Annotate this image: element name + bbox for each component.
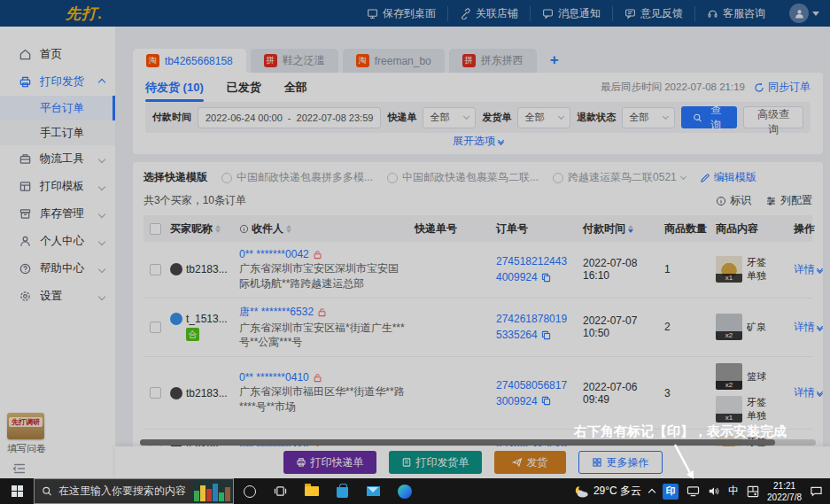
template-icon <box>19 180 32 193</box>
ime-language-indicator[interactable]: 中 <box>728 484 739 499</box>
sidebar-item-platform-orders[interactable]: 平台订单 <box>0 96 115 120</box>
speaker-icon[interactable] <box>708 485 720 497</box>
print-component-tray-icon[interactable]: 印 <box>663 484 679 500</box>
sidebar-item-home[interactable]: 首页 <box>0 41 115 68</box>
tab-all[interactable]: 全部 <box>284 73 307 102</box>
edit-template-label: 编辑模版 <box>714 170 756 185</box>
row-checkbox[interactable] <box>150 264 161 275</box>
print-invoice-button[interactable]: 打印发货单 <box>389 451 482 474</box>
weather-widget[interactable]: 29°C 多云 <box>573 484 641 499</box>
order-number-link[interactable]: 274058056817 3009924 <box>496 377 576 409</box>
expand-options-button[interactable]: 展开选项 <box>145 133 811 150</box>
invoice-filter-select[interactable]: 全部 <box>517 107 570 128</box>
summary-row: 共3个买家，10条订单 标识 列配置 <box>144 193 812 208</box>
more-actions-button[interactable]: 更多操作 <box>578 451 663 474</box>
display-network-icon[interactable] <box>686 485 700 497</box>
store-tab-1[interactable]: 淘 tb4265668158 <box>133 49 246 73</box>
collapse-sidebar-icon[interactable] <box>12 462 27 475</box>
info-circle-icon <box>716 196 726 206</box>
file-explorer-button[interactable] <box>296 478 327 504</box>
sidebar-item-print-ship[interactable]: 打印发货 <box>0 68 115 96</box>
link-shops-button[interactable]: 关联店铺 <box>447 6 530 21</box>
store-tab-4[interactable]: 拼 拼东拼西 <box>449 49 537 73</box>
store-tab-2[interactable]: 拼 鞋之泛滥 <box>251 49 338 73</box>
microsoft-store-button[interactable] <box>327 478 358 504</box>
edge-browser-button[interactable] <box>389 478 420 504</box>
ship-button[interactable]: 发货 <box>494 451 566 474</box>
sidebar-item-manual-orders[interactable]: 手工订单 <box>0 120 115 145</box>
template-option-3[interactable]: 跨越速运菜鸟二联0521 <box>553 170 686 185</box>
detail-button[interactable]: 详情 <box>794 385 823 400</box>
sync-orders-button[interactable]: 同步订单 <box>754 80 811 95</box>
sidebar-item-personal-center[interactable]: 个人中心 <box>0 228 115 255</box>
task-view-button[interactable] <box>265 478 296 504</box>
refund-filter-select[interactable]: 全部 <box>622 107 675 128</box>
taskbar-clock[interactable]: 21:21 2022/7/8 <box>767 480 802 503</box>
sidebar-item-label: 打印模板 <box>40 179 91 194</box>
row-checkbox[interactable] <box>150 387 161 399</box>
header-receiver[interactable]: 收件人 <box>236 221 411 236</box>
copy-icon[interactable] <box>541 273 551 283</box>
printer-icon <box>296 457 306 468</box>
copy-icon[interactable] <box>541 330 551 340</box>
ime-grid-icon[interactable] <box>747 485 759 498</box>
survey-widget[interactable]: 先打调研 <box>7 413 46 439</box>
account-menu[interactable] <box>789 4 819 23</box>
date-range-input[interactable]: 2022-06-24 00:00 - 2022-07-08 23:59 <box>198 107 381 128</box>
header-pay-time[interactable]: 付款时间 <box>579 221 661 236</box>
detail-button[interactable]: 详情 <box>794 320 823 335</box>
taobao-icon: 淘 <box>356 54 369 67</box>
column-config-button[interactable]: 列配置 <box>765 193 812 208</box>
template-option-2[interactable]: 中国邮政快递包裹菜鸟二联... <box>387 170 539 185</box>
feedback-button[interactable]: 意见反馈 <box>612 6 694 21</box>
receiver-phone[interactable]: 0** *******0042 <box>239 248 407 260</box>
sidebar-item-print-templates[interactable]: 打印模板 <box>0 173 115 200</box>
print-express-button[interactable]: 打印快递单 <box>283 451 376 474</box>
header-order-no: 订单号 <box>493 221 579 236</box>
header-buyer[interactable]: 买家昵称 <box>167 221 236 236</box>
row-checkbox[interactable] <box>150 322 161 333</box>
table-row: tb2183... 0** *******0042 广东省深圳市宝安区深圳市宝安… <box>144 242 812 299</box>
select-all-checkbox[interactable] <box>150 223 161 235</box>
taskbar-search-input[interactable]: 在这里输入你要搜索的内容 <box>34 478 234 504</box>
advanced-query-button[interactable]: 高级查询 <box>743 106 803 128</box>
copy-icon[interactable] <box>541 396 551 406</box>
mail-button[interactable] <box>358 478 389 504</box>
customer-service-button[interactable]: 客服咨询 <box>694 6 777 21</box>
tab-pending-ship[interactable]: 待发货 (10) <box>145 73 204 102</box>
receiver-phone[interactable]: 唐** *******6532 <box>239 305 407 320</box>
qty-badge: x2 <box>716 381 742 390</box>
save-to-desktop-button[interactable]: 保存到桌面 <box>355 6 447 21</box>
chevron-down-icon[interactable] <box>680 174 686 180</box>
detail-button[interactable]: 详情 <box>794 262 823 277</box>
sidebar-item-settings[interactable]: 设置 <box>0 283 115 310</box>
message-notice-button[interactable]: 消息通知 <box>530 6 612 21</box>
sort-icon[interactable] <box>215 225 221 233</box>
sort-icon[interactable] <box>628 225 633 233</box>
order-number-link[interactable]: 274518212443 4009924 <box>496 253 576 285</box>
express-filter-label: 快递单 <box>387 111 416 124</box>
edit-template-button[interactable]: 编辑模版 <box>700 170 756 185</box>
sidebar-item-logistics-tools[interactable]: 物流工具 <box>0 145 115 173</box>
show-hidden-icons-chevron[interactable] <box>648 489 655 496</box>
sidebar-item-help-center[interactable]: 帮助中心 <box>0 255 115 283</box>
template-row: 选择快递模版 中国邮政快递包裹拼多多模... 中国邮政快递包裹菜鸟二联... 跨… <box>144 170 812 185</box>
sidebar-item-inventory[interactable]: 库存管理 <box>0 200 115 228</box>
add-store-button[interactable]: + <box>541 51 568 73</box>
invoice-filter-value: 全部 <box>524 111 544 124</box>
express-filter-select[interactable]: 全部 <box>423 107 476 128</box>
action-center-icon[interactable] <box>810 485 823 497</box>
sort-icon[interactable] <box>286 225 291 233</box>
template-option-1[interactable]: 中国邮政快递包裹拼多多模... <box>221 170 373 185</box>
sidebar-item-label: 手工订单 <box>40 126 84 141</box>
lock-icon <box>317 307 327 317</box>
query-button[interactable]: 查询 <box>681 106 737 128</box>
question-icon <box>19 262 32 275</box>
receiver-phone[interactable]: 0** *******0410 <box>239 371 407 384</box>
cortana-button[interactable] <box>234 478 265 504</box>
order-number-link[interactable]: 274261878019 5335264 <box>496 311 576 343</box>
store-tab-3[interactable]: 淘 freeman_bo <box>343 49 445 73</box>
mark-legend-button[interactable]: 标识 <box>716 193 751 208</box>
start-button[interactable] <box>0 478 34 504</box>
tab-shipped[interactable]: 已发货 <box>227 73 261 102</box>
